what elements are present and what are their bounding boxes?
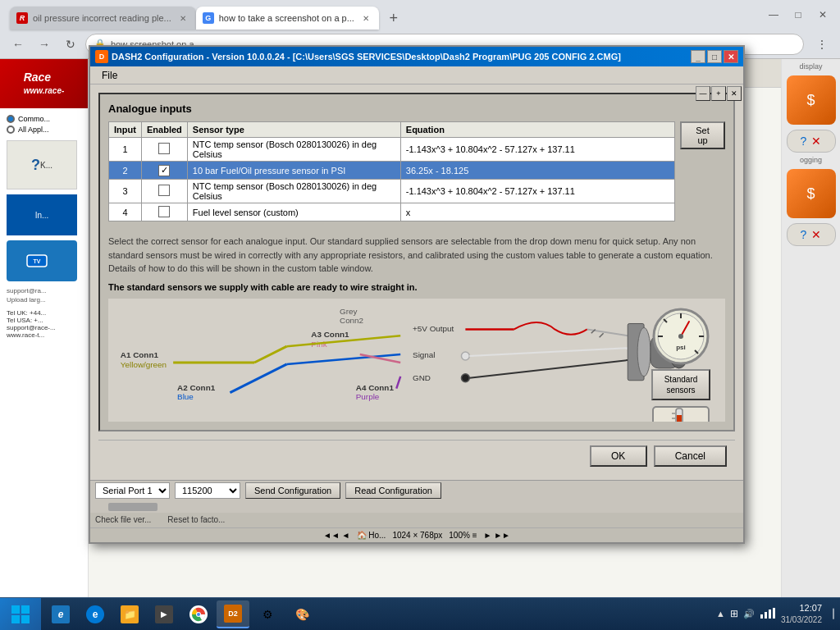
dialog-minimize-button[interactable]: _ [691,50,705,63]
cancel-button[interactable]: Cancel [654,445,727,467]
windows-logo-icon [11,605,30,624]
ie-icon-text: e [58,609,64,620]
svg-text:psi: psi [676,344,686,351]
standard-sensors-label: Standardsensors [664,375,698,395]
svg-line-18 [469,360,628,378]
play-icon: ▶ [161,609,167,619]
settings-icon: ⚙ [258,605,276,623]
statusline-reset: Reset to facto... [167,515,225,524]
inner-close[interactable]: ✕ [727,86,742,101]
checkbox-3[interactable] [158,185,170,196]
taskbar-app-settings[interactable]: ⚙ [251,600,284,628]
paging-label: 🏠 Ho... [357,531,386,540]
cell-sensor-2[interactable]: 10 bar Fuel/Oil pressure sensor in PSI [187,162,400,180]
taskbar-app-media[interactable]: ▶ [148,600,180,628]
cell-sensor-1[interactable]: NTC temp sensor (Bosch 0280130026) in de… [187,138,400,162]
dash-icon-text: D2 [228,609,238,618]
inner-minimize[interactable]: — [696,86,710,101]
standard-sensors-button[interactable]: Standardsensors [651,369,710,400]
setup-btn-container: Set up [680,121,725,149]
palette-icon: 🎨 [295,608,309,621]
svg-rect-44 [11,615,20,623]
temp-gauge [651,405,710,422]
horizontal-scrollbar[interactable] [90,501,743,513]
plus5v-label: +5V Output [413,324,454,333]
svg-point-33 [678,334,683,339]
cell-enabled-3[interactable] [142,180,188,203]
svg-line-24 [600,333,604,337]
read-config-button[interactable]: Read Configuration [345,482,441,499]
panel-title: Analogue inputs [108,103,725,115]
dialog-body: — + ✕ Analogue inputs Input Enabled Sens… [90,84,743,480]
dialog-statusline: Check file ver... Reset to facto... [90,513,743,527]
cell-sensor-3[interactable]: NTC temp sensor (Bosch 0280130026) in de… [187,180,400,203]
cell-enabled-4[interactable] [142,203,188,221]
volume-icon[interactable]: 🔊 [743,609,755,619]
cell-sensor-4[interactable]: Fuel level sensor (custom) [187,203,400,221]
svg-rect-50 [765,612,767,619]
col-enabled: Enabled [142,122,188,138]
a3-label: A3 Conn1 [311,330,349,339]
taskbar-app-chrome[interactable] [182,600,215,628]
cell-input-4: 4 [109,203,142,221]
taskbar-app-dash[interactable]: D2 [217,600,249,628]
paging-arrows-right: ► ►► [484,531,510,540]
start-button[interactable] [0,598,41,631]
psi-gauge: psi [651,307,710,366]
cell-equation-1: -1.143x^3 + 10.804x^2 - 57.127x + 137.11 [400,138,674,162]
setup-button[interactable]: Set up [680,121,725,149]
cell-input-1: 1 [109,138,142,162]
show-desktop[interactable]: ▕ [827,609,833,619]
taskbar-app-edge[interactable]: e [79,600,112,628]
edge-icon: e [86,605,104,623]
edge-icon-text: e [93,609,98,620]
checkbox-1[interactable] [158,143,170,154]
signal-icon [760,608,776,619]
a2-label: A2 Conn1 [177,382,216,391]
conn2-label: Conn2 [340,316,363,325]
taskbar-app-explorer[interactable]: 📁 [113,600,146,628]
title-content: D DASH2 Configuration - Version 10.0.0.2… [95,50,691,63]
svg-point-48 [197,613,200,616]
clock-date: 31/03/2022 [781,614,822,626]
statusline-check: Check file ver... [95,515,151,524]
send-config-button[interactable]: Send Configuration [245,482,340,499]
svg-line-6 [230,363,286,392]
port-select[interactable]: Serial Port 1 [95,482,170,499]
menu-file[interactable]: File [95,68,124,83]
page-size: 840 × 630px [392,531,442,540]
svg-line-4 [254,346,287,363]
scrollbar-thumb[interactable] [108,503,158,511]
ok-button[interactable]: OK [590,445,647,467]
dialog-close-button[interactable]: ✕ [724,50,738,63]
inner-maximize[interactable]: + [711,86,726,101]
cell-equation-3: -1.143x^3 + 10.804x^2 - 57.127x + 137.11 [400,180,674,203]
chrome-icon-svg [191,607,206,622]
baud-select[interactable]: 115200 [175,482,240,499]
cell-enabled-1[interactable] [142,138,188,162]
explorer-icon: 📁 [121,605,139,623]
signal-label: Signal [413,350,435,359]
network-icon: ⊞ [730,608,738,619]
ie-icon: e [52,605,70,623]
checkbox-2[interactable]: ✓ [158,165,170,176]
checkbox-4[interactable] [158,206,170,217]
cell-enabled-2[interactable]: ✓ [142,162,188,180]
config-bar: Serial Port 1 115200 Send Configuration … [90,480,743,501]
paging-arrows-left: ◄◄ ◄ [323,531,349,540]
inner-dialog-controls: — + ✕ [696,86,742,101]
cell-equation-2: 36.25x - 18.125 [400,162,674,180]
taskbar-app-paint[interactable]: 🎨 [285,600,318,628]
zoom-level: 100% ≡ [449,531,477,540]
svg-point-20 [637,327,651,376]
dialog-title-controls: _ □ ✕ [691,50,738,63]
chrome-icon [189,605,208,623]
gauge-area: psi Standardsensors [651,307,717,413]
svg-text:Yellow/green: Yellow/green [121,359,167,368]
dialog-icon-text: D [99,52,105,61]
taskbar-clock: 12:07 31/03/2022 [781,602,822,626]
dialog-maximize-button[interactable]: □ [707,50,722,63]
dash-icon: D2 [224,605,242,623]
taskbar-app-ie[interactable]: e [44,600,77,628]
tray-arrow[interactable]: ▲ [716,609,725,619]
